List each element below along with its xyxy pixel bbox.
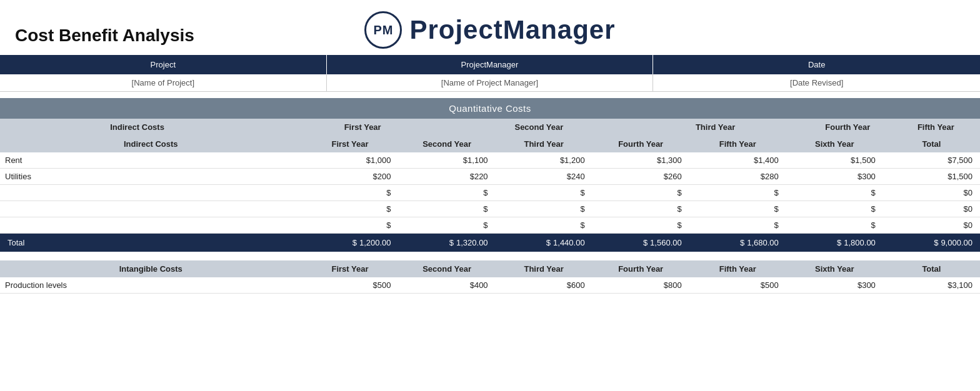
row-label-3 (0, 201, 301, 217)
info-header-project: Project (0, 55, 327, 74)
intangible-row-0-val-4: $500 (689, 277, 786, 294)
col-fifth-year: Fifth Year (892, 119, 980, 136)
row-0-val-0: $1,000 (301, 152, 398, 169)
row-2-val-5: $ (786, 185, 883, 201)
row-1-val-3: $260 (592, 169, 689, 185)
row-1-val-2: $240 (496, 169, 592, 185)
quantitative-costs-section: Quantitative Costs Indirect Costs First … (0, 98, 980, 252)
row-2-val-1: $ (399, 185, 496, 201)
intangible-row-0-val-3: $800 (592, 277, 689, 294)
total-val-5: $1,800.00 (786, 234, 883, 252)
th-sixth-year: Sixth Year (786, 136, 883, 152)
row-1-val-0: $200 (301, 169, 398, 185)
page: Cost Benefit Analysis PM ProjectManager … (0, 0, 980, 391)
row-2-val-3: $ (592, 185, 689, 201)
row-2-val-2: $ (496, 185, 592, 201)
intangible-row-0-val-5: $300 (786, 277, 883, 294)
th-intangible-costs: Intangible Costs (0, 260, 301, 277)
row-4-val-0: $ (301, 217, 398, 234)
pm-logo-text: PM (373, 23, 393, 37)
header-logo: PM ProjectManager (364, 11, 615, 49)
spacer-1 (0, 252, 980, 260)
th-int-second-year: Second Year (399, 260, 496, 277)
row-3-val-1: $ (399, 201, 496, 217)
row-3-val-3: $ (592, 201, 689, 217)
row-2-val-4: $ (689, 185, 786, 201)
th-fifth-year: Fifth Year (689, 136, 786, 152)
row-2-val-6: $0 (883, 185, 980, 201)
th-second-year: Second Year (399, 136, 496, 152)
col-fourth-year: Fourth Year (804, 119, 892, 136)
row-label-4 (0, 217, 301, 234)
indirect-cost-row-0: Rent$1,000$1,100$1,200$1,300$1,400$1,500… (0, 152, 980, 169)
row-4-val-1: $ (399, 217, 496, 234)
row-1-val-6: $1,500 (883, 169, 980, 185)
th-first-year: First Year (301, 136, 398, 152)
row-3-val-2: $ (496, 201, 592, 217)
header: Cost Benefit Analysis PM ProjectManager (0, 0, 980, 55)
th-int-total: Total (883, 260, 980, 277)
indirect-cost-row-1: Utilities$200$220$240$260$280$300$1,500 (0, 169, 980, 185)
row-0-val-2: $1,200 (496, 152, 592, 169)
intangible-costs-header: Intangible Costs First Year Second Year … (0, 260, 980, 277)
row-4-val-5: $ (786, 217, 883, 234)
row-3-val-6: $0 (883, 201, 980, 217)
quantitative-costs-title: Quantitative Costs (0, 98, 980, 119)
row-0-val-4: $1,400 (689, 152, 786, 169)
intangible-row-0-val-0: $500 (301, 277, 398, 294)
page-title: Cost Benefit Analysis (15, 25, 194, 46)
info-header-date: Date (653, 55, 980, 74)
row-label-2 (0, 185, 301, 201)
th-int-third-year: Third Year (496, 260, 592, 277)
row-0-val-5: $1,500 (786, 152, 883, 169)
row-4-val-6: $0 (883, 217, 980, 234)
row-0-val-3: $1,300 (592, 152, 689, 169)
th-int-fifth-year: Fifth Year (689, 260, 786, 277)
total-val-4: $1,680.00 (689, 234, 786, 252)
indirect-cost-row-2: $$$$$$$0 (0, 185, 980, 201)
intangible-cost-row-0: Production levels$500$400$600$800$500$30… (0, 277, 980, 294)
row-4-val-2: $ (496, 217, 592, 234)
row-0-val-1: $1,100 (399, 152, 496, 169)
total-val-1: $1,320.00 (399, 234, 496, 252)
col-third-year: Third Year (627, 119, 803, 136)
total-val-3: $1,560.00 (592, 234, 689, 252)
total-val-0: $1,200.00 (301, 234, 398, 252)
row-4-val-4: $ (689, 217, 786, 234)
info-value-pm: [Name of Project Manager] (327, 74, 654, 91)
th-indirect-costs: Indirect Costs (0, 136, 301, 152)
info-header-pm: ProjectManager (327, 55, 654, 74)
col-second-year: Second Year (451, 119, 627, 136)
info-value-project: [Name of Project] (0, 74, 327, 91)
th-third-year: Third Year (496, 136, 592, 152)
row-4-val-3: $ (592, 217, 689, 234)
info-value-date: [Date Revised] (653, 74, 980, 91)
indirect-costs-header: Indirect Costs First Year Second Year Th… (0, 136, 980, 152)
indirect-costs-data-table: Indirect Costs First Year Second Year Th… (0, 136, 980, 252)
intangible-costs-table: Intangible Costs First Year Second Year … (0, 260, 980, 294)
th-int-fourth-year: Fourth Year (592, 260, 689, 277)
info-bar-headers: Project ProjectManager Date (0, 55, 980, 74)
indirect-costs-col-label: Indirect Costs (0, 119, 274, 136)
row-3-val-5: $ (786, 201, 883, 217)
indirect-cost-row-4: $$$$$$$0 (0, 217, 980, 234)
row-1-val-5: $300 (786, 169, 883, 185)
info-bar-values: [Name of Project] [Name of Project Manag… (0, 74, 980, 92)
row-label-1: Utilities (0, 169, 301, 185)
row-1-val-1: $220 (399, 169, 496, 185)
col-first-year: First Year (274, 119, 451, 136)
total-val-6: $9,000.00 (883, 234, 980, 252)
row-0-val-6: $7,500 (883, 152, 980, 169)
th-int-first-year: First Year (301, 260, 398, 277)
intangible-row-0-val-6: $3,100 (883, 277, 980, 294)
row-2-val-0: $ (301, 185, 398, 201)
intangible-row-0-val-1: $400 (399, 277, 496, 294)
th-total: Total (883, 136, 980, 152)
row-3-val-0: $ (301, 201, 398, 217)
intangible-row-label-0: Production levels (0, 277, 301, 294)
total-val-2: $1,440.00 (496, 234, 592, 252)
th-fourth-year: Fourth Year (592, 136, 689, 152)
pm-logo-circle: PM (364, 11, 402, 49)
indirect-cost-row-3: $$$$$$$0 (0, 201, 980, 217)
total-label: Total (0, 234, 301, 252)
